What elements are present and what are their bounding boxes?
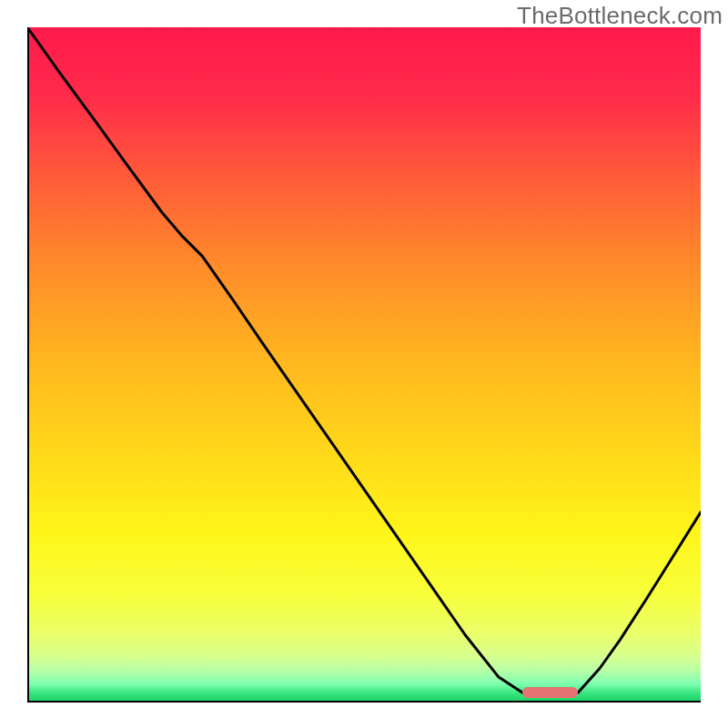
- bottleneck-curve: [27, 27, 701, 701]
- watermark-text: TheBottleneck.com: [517, 2, 723, 30]
- plot-area: [27, 27, 701, 701]
- chart-container: TheBottleneck.com: [0, 0, 728, 728]
- optimal-range-marker: [522, 687, 578, 698]
- x-axis: [27, 701, 701, 703]
- y-axis: [27, 27, 29, 703]
